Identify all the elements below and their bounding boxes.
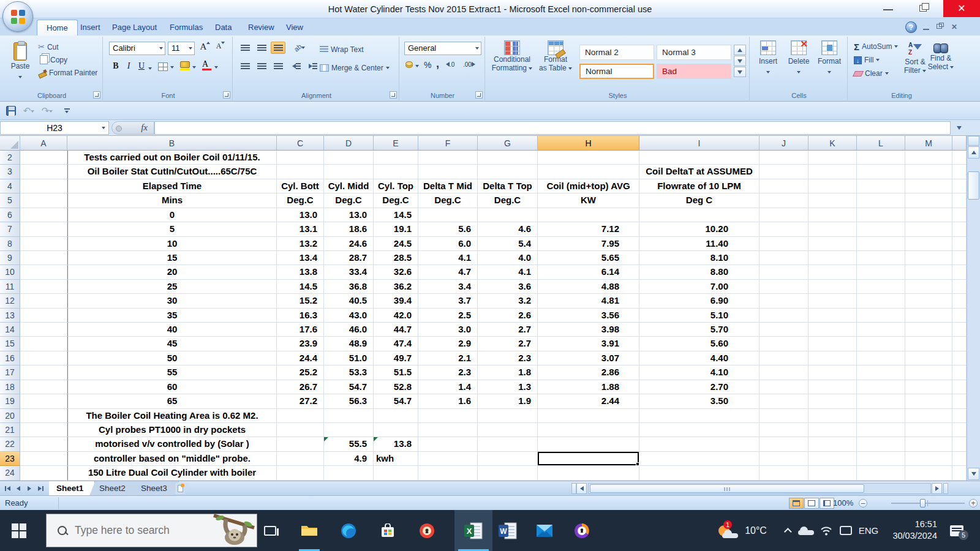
clock[interactable]: 16:51 30/03/2024 — [887, 519, 937, 542]
cell-style-normal[interactable]: Normal — [579, 64, 654, 79]
cell-F13[interactable]: 2.5 — [418, 309, 478, 323]
cell-B15[interactable]: 45 — [67, 337, 277, 351]
cell-E8[interactable]: 24.5 — [374, 237, 418, 251]
cell-L3[interactable] — [857, 165, 905, 179]
search-input[interactable] — [75, 524, 203, 537]
window-restore-button[interactable] — [911, 0, 936, 17]
cell-A11[interactable] — [20, 280, 67, 294]
cell-F16[interactable]: 2.1 — [418, 351, 478, 365]
cell-A22[interactable] — [20, 437, 67, 451]
sheet-tab-sheet1[interactable]: Sheet1 — [49, 481, 95, 495]
cell-B7[interactable]: 5 — [67, 222, 277, 236]
cell-K20[interactable] — [809, 409, 857, 423]
cell-F24[interactable] — [418, 466, 478, 480]
scroll-left-button[interactable] — [576, 483, 587, 494]
cell-M2[interactable] — [905, 151, 952, 165]
cell-C17[interactable]: 25.2 — [277, 365, 324, 380]
cell-M16[interactable] — [905, 351, 952, 365]
styles-more-button[interactable] — [734, 67, 746, 77]
cell-I10[interactable]: 8.80 — [639, 265, 760, 279]
zoom-slider-thumb[interactable] — [920, 499, 925, 508]
cell-J12[interactable] — [760, 294, 809, 308]
cell-L23[interactable] — [857, 452, 905, 466]
window-minimize-button[interactable] — [876, 0, 900, 17]
cell-F21[interactable] — [418, 423, 478, 437]
name-box[interactable]: H23 — [0, 121, 109, 135]
cell-G13[interactable]: 2.6 — [478, 309, 538, 323]
temperature-label[interactable]: 10°C — [742, 510, 769, 551]
font-name-select[interactable]: Calibri — [109, 42, 165, 55]
align-right-button[interactable] — [271, 60, 285, 72]
cell-F12[interactable]: 3.7 — [418, 294, 478, 308]
sheet-tab-sheet2[interactable]: Sheet2 — [92, 481, 137, 495]
conditional-formatting-button[interactable]: Conditional Formatting — [490, 40, 534, 72]
decrease-decimal-button[interactable]: .00 — [463, 61, 475, 68]
cell-D16[interactable]: 51.0 — [324, 351, 374, 365]
cell-G16[interactable]: 2.3 — [478, 351, 538, 365]
cell-B12[interactable]: 30 — [67, 294, 277, 308]
cell-B8[interactable]: 10 — [67, 237, 277, 251]
cell-K17[interactable] — [809, 365, 857, 380]
cell-I11[interactable]: 7.00 — [639, 280, 760, 294]
row-header-3[interactable]: 3 — [0, 165, 20, 179]
previous-sheet-button[interactable] — [13, 484, 23, 493]
cell-C7[interactable]: 13.1 — [277, 222, 324, 236]
cell-H5[interactable]: KW — [538, 193, 639, 208]
cell-F4[interactable]: Delta T Mid — [418, 179, 478, 193]
cell-K22[interactable] — [809, 437, 857, 451]
cell-B22[interactable]: motorised v/v controlled by (Solar ) — [67, 437, 277, 451]
ribbon-tab-data[interactable]: Data — [206, 20, 241, 36]
cell-M6[interactable] — [905, 208, 952, 222]
cell-D12[interactable]: 40.5 — [324, 294, 374, 308]
cell-F15[interactable]: 2.9 — [418, 337, 478, 351]
accounting-format-button[interactable] — [405, 61, 413, 66]
column-header-D[interactable]: D — [324, 136, 374, 151]
cell-F5[interactable]: Deg.C — [418, 193, 478, 208]
cell-F8[interactable]: 6.0 — [418, 237, 478, 251]
sheet-tab-sheet3[interactable]: Sheet3 — [134, 481, 179, 495]
mail-button[interactable] — [530, 510, 559, 551]
cell-M5[interactable] — [905, 193, 952, 208]
cell-I2[interactable] — [639, 151, 760, 165]
cell-A10[interactable] — [20, 265, 67, 279]
decrease-indent-button[interactable] — [289, 60, 304, 72]
cell-G24[interactable] — [478, 466, 538, 480]
cell-G2[interactable] — [478, 151, 538, 165]
cell-G12[interactable]: 3.2 — [478, 294, 538, 308]
cell-H18[interactable]: 1.88 — [538, 380, 639, 394]
cell-G8[interactable]: 5.4 — [478, 237, 538, 251]
cell-G18[interactable]: 1.3 — [478, 380, 538, 394]
scroll-up-button[interactable] — [968, 146, 979, 159]
workbook-close-button[interactable]: ✕ — [949, 21, 960, 32]
first-sheet-button[interactable] — [2, 484, 12, 493]
cell-J22[interactable] — [760, 437, 809, 451]
cell-F7[interactable]: 5.6 — [418, 222, 478, 236]
cell-A3[interactable] — [20, 165, 67, 179]
cell-F22[interactable] — [418, 437, 478, 451]
tab-split-handle[interactable] — [571, 483, 576, 494]
cell-J23[interactable] — [760, 452, 809, 466]
cell-H12[interactable]: 4.81 — [538, 294, 639, 308]
cell-D15[interactable]: 48.9 — [324, 337, 374, 351]
cell-M14[interactable] — [905, 323, 952, 337]
cell-H19[interactable]: 2.44 — [538, 394, 639, 408]
cell-H9[interactable]: 5.65 — [538, 251, 639, 265]
cell-M7[interactable] — [905, 222, 952, 236]
select-all-button[interactable] — [0, 136, 20, 151]
column-header-L[interactable]: L — [857, 136, 905, 151]
cell-J19[interactable] — [760, 394, 809, 408]
cell-A9[interactable] — [20, 251, 67, 265]
column-header-K[interactable]: K — [809, 136, 857, 151]
cell-M15[interactable] — [905, 337, 952, 351]
row-header-18[interactable]: 18 — [0, 380, 20, 394]
cell-J15[interactable] — [760, 337, 809, 351]
cell-I6[interactable] — [639, 208, 760, 222]
cell-I17[interactable]: 4.10 — [639, 365, 760, 380]
cell-K13[interactable] — [809, 309, 857, 323]
cell-E6[interactable]: 14.5 — [374, 208, 418, 222]
cell-K18[interactable] — [809, 380, 857, 394]
formula-input[interactable] — [154, 121, 951, 135]
cell-B5[interactable]: Mins — [67, 193, 277, 208]
language-indicator[interactable]: ENG — [856, 510, 881, 551]
cell-L13[interactable] — [857, 309, 905, 323]
